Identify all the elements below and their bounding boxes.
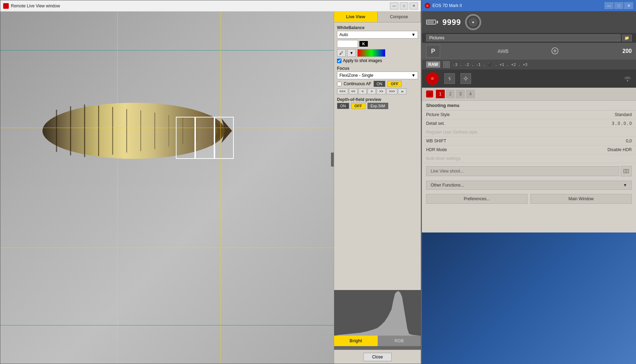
sm-tab-1[interactable]: 1 bbox=[436, 90, 445, 98]
focus-nav-far-left[interactable]: <<< bbox=[337, 88, 348, 94]
flash-icon[interactable] bbox=[444, 73, 455, 84]
histogram-tabs: Bright RGB bbox=[334, 336, 421, 346]
continuous-af-row: Continuous AF ON OFF bbox=[337, 81, 418, 87]
wb-section: WhiteBalance Auto ▼ K 🖊 ▼ bbox=[337, 25, 418, 63]
focus-mode-dropdown[interactable]: FlexiZone - Single ▼ bbox=[337, 72, 418, 79]
wb-eyedropper-btn[interactable]: 🖊 bbox=[337, 49, 346, 57]
wb-color-btn[interactable]: ▼ bbox=[347, 49, 356, 57]
cam-wb-icon: AWB bbox=[478, 48, 529, 54]
hist-tab-bright[interactable]: Bright bbox=[334, 336, 378, 346]
wb-dropdown[interactable]: Auto ▼ bbox=[337, 31, 418, 39]
svg-point-25 bbox=[465, 77, 467, 80]
pictures-bar: 📁 bbox=[422, 33, 636, 43]
other-functions-btn[interactable]: Other Functions... ▼ bbox=[426, 181, 632, 190]
detail-set-label: Detail set. bbox=[426, 121, 601, 126]
live-view-shoot-icon-btn[interactable] bbox=[621, 166, 632, 176]
preferences-btn[interactable]: Preferences... bbox=[426, 194, 528, 204]
focus-box-2 bbox=[195, 117, 214, 159]
dof-on-btn[interactable]: ON bbox=[337, 103, 349, 109]
svg-marker-24 bbox=[448, 76, 451, 81]
focus-label: Focus bbox=[337, 66, 418, 71]
exp-sim-btn[interactable]: Exp.SIM bbox=[367, 103, 389, 109]
dof-controls-row: ON OFF Exp.SIM bbox=[337, 103, 418, 109]
side-handle bbox=[331, 153, 334, 167]
continuous-af-off-btn[interactable]: OFF bbox=[387, 81, 402, 87]
title-bar: Remote Live View window — □ ✕ bbox=[0, 0, 421, 12]
camera-status-bar: 9999 ● bbox=[422, 11, 636, 33]
hist-tab-rgb[interactable]: RGB bbox=[378, 336, 421, 346]
wb-apply-row: Apply to shot images bbox=[337, 58, 418, 63]
sm-tab-2[interactable]: 2 bbox=[446, 90, 455, 98]
tab-compose[interactable]: Compose bbox=[378, 12, 421, 22]
right-panel: Live View Compose WhiteBalance Auto ▼ K bbox=[334, 12, 421, 364]
wb-label: WhiteBalance bbox=[337, 25, 418, 30]
eos-window-title: EOS 7D Mark II bbox=[432, 3, 462, 8]
panel-tabs: Live View Compose bbox=[334, 12, 421, 22]
svg-point-35 bbox=[625, 170, 627, 172]
tab-live-view[interactable]: Live View bbox=[334, 12, 378, 22]
sm-tab-3[interactable]: 3 bbox=[456, 90, 465, 98]
continuous-af-label: Continuous AF bbox=[344, 81, 371, 86]
close-window-button[interactable]: ✕ bbox=[410, 2, 418, 9]
wb-shift-label: WB SHIFT bbox=[426, 139, 601, 143]
close-button[interactable]: Close bbox=[363, 353, 392, 361]
sm-camera-icon bbox=[426, 90, 433, 97]
focus-nav-left1[interactable]: < bbox=[358, 88, 367, 94]
k-badge: K bbox=[359, 41, 368, 47]
menu-item-hdr-mode[interactable]: HDR Mode Disable HDR bbox=[422, 146, 636, 154]
dof-off-btn[interactable]: OFF bbox=[351, 103, 365, 109]
pictures-input[interactable] bbox=[426, 34, 621, 41]
hdr-mode-value: Disable HDR bbox=[604, 147, 632, 152]
focus-nav-right2[interactable]: >> bbox=[377, 88, 386, 94]
histogram-area: Bright RGB bbox=[334, 290, 421, 350]
eos-maximize-btn[interactable]: □ bbox=[614, 2, 623, 9]
wifi-icon bbox=[623, 74, 632, 83]
dof-label: Depth-of-field preview bbox=[337, 97, 418, 102]
focus-nav-left2[interactable]: << bbox=[349, 88, 358, 94]
sm-tab-4[interactable]: 4 bbox=[466, 90, 475, 98]
shutter-release-icon[interactable] bbox=[426, 72, 439, 85]
cam-quality-icon bbox=[443, 61, 450, 68]
menu-item-register-style[interactable]: Register User Defined style bbox=[422, 128, 636, 137]
settings-icon[interactable] bbox=[461, 73, 471, 84]
continuous-af-checkbox[interactable] bbox=[337, 82, 342, 86]
mode-dial-svg: ● bbox=[466, 14, 480, 30]
eos-minimize-btn[interactable]: — bbox=[604, 2, 614, 9]
eos-body: 9999 ● 📁 P AWB bbox=[422, 11, 636, 364]
title-bar-buttons: — □ ✕ bbox=[390, 2, 418, 9]
maximize-button[interactable]: □ bbox=[400, 2, 408, 9]
battery-tip bbox=[437, 21, 438, 23]
live-view-shoot-row: Live View shoot... bbox=[422, 163, 636, 179]
pref-main-row: Preferences... Main Window bbox=[422, 191, 636, 207]
close-btn-area: Close bbox=[334, 350, 421, 364]
wb-apply-checkbox[interactable] bbox=[337, 59, 342, 63]
bulb-timer-label: Bulb timer settings bbox=[426, 156, 601, 161]
continuous-af-on-btn[interactable]: ON bbox=[373, 81, 386, 87]
menu-item-detail-set[interactable]: Detail set. 3 , 0 , 0 , 0 bbox=[422, 119, 636, 128]
focus-nav-far-right[interactable]: >>> bbox=[386, 88, 398, 94]
camera-icons-row bbox=[422, 69, 636, 88]
blue-gradient-area bbox=[422, 232, 636, 364]
shooting-menu-header: 1 2 3 4 bbox=[422, 88, 636, 101]
camera-settings-row2: RAW -3 . -2 . -1 . ⚫ . +1 . +2 . +3 bbox=[422, 60, 636, 69]
svg-point-32 bbox=[429, 93, 431, 95]
other-functions-row: Other Functions... ▼ bbox=[422, 179, 636, 191]
minimize-button[interactable]: — bbox=[390, 2, 398, 9]
wb-value-input[interactable] bbox=[337, 40, 358, 48]
eos-close-btn[interactable]: ✕ bbox=[624, 2, 633, 9]
menu-item-wb-shift[interactable]: WB SHIFT 0,0 bbox=[422, 137, 636, 146]
main-window-btn[interactable]: Main Window bbox=[530, 194, 632, 204]
wb-apply-label: Apply to shot images bbox=[343, 58, 382, 63]
menu-item-picture-style[interactable]: Picture Style Standard bbox=[422, 110, 636, 119]
focus-nav-buttons: <<< << < > >> >>> ∞ bbox=[337, 88, 418, 94]
hdr-mode-label: HDR Mode bbox=[426, 147, 601, 152]
eos-app-icon: C bbox=[425, 3, 430, 8]
wb-k-row: K bbox=[337, 40, 418, 48]
focus-nav-right1[interactable]: > bbox=[367, 88, 376, 94]
live-view-shoot-btn[interactable]: Live View shoot... bbox=[426, 166, 619, 176]
live-view-area: ⊕ ⟳AUTO ↺ ↻ ⊞ ◧▾ ×1 ×5 ×10 bbox=[0, 12, 334, 364]
pictures-browse-btn[interactable]: 📁 bbox=[622, 35, 632, 41]
menu-item-bulb-timer[interactable]: Bulb timer settings bbox=[422, 154, 636, 163]
register-style-label: Register User Defined style bbox=[426, 130, 601, 135]
focus-nav-infinity[interactable]: ∞ bbox=[398, 88, 406, 94]
